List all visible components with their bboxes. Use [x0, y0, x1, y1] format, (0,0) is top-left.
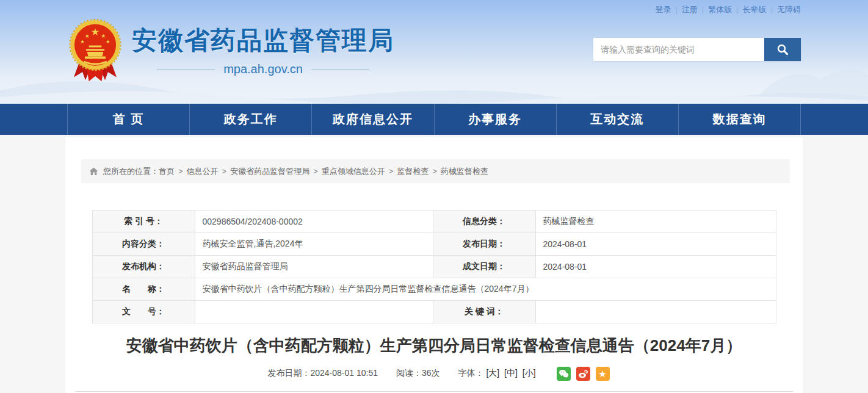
login-link[interactable]: 登录: [655, 5, 671, 14]
table-row: 发布机构： 安徽省药品监督管理局 成文日期： 2024-08-01: [92, 256, 776, 278]
rule-left: [157, 69, 215, 70]
accessibility-link[interactable]: 无障碍: [777, 5, 801, 14]
issuing-agency-value: 安徽省药品监督管理局: [195, 256, 433, 278]
svg-text:★: ★: [85, 33, 90, 39]
index-number-label: 索 引 号：: [92, 211, 195, 233]
article-meta: 发布日期：2024-08-01 10:51 阅读：36次 字体： [大] [中]…: [65, 366, 803, 381]
nav-item-interaction[interactable]: 互动交流: [556, 104, 678, 135]
document-number-value: [195, 301, 433, 323]
site-url-row: mpa.ah.gov.cn: [132, 62, 394, 76]
font-size-controls: 字体： [大] [中] [小]: [458, 368, 538, 379]
table-row: 索 引 号： 002986504/202408-00002 信息分类： 药械监督…: [92, 211, 776, 233]
nav-item-services[interactable]: 办事服务: [434, 104, 556, 135]
keywords-label: 关 键 词：: [433, 301, 535, 323]
publish-date-value: 2024-08-01: [535, 233, 776, 256]
index-number-value: 002986504/202408-00002: [195, 211, 433, 233]
nav-item-government-work[interactable]: 政务工作: [189, 104, 311, 135]
breadcrumb: 您所在的位置： 首页 > 信息公开 > 安徽省药品监督管理局 > 重点领域信息公…: [81, 159, 790, 183]
search-button[interactable]: [764, 38, 801, 61]
site-url: mpa.ah.gov.cn: [223, 62, 303, 76]
nav-item-information-disclosure[interactable]: 政府信息公开: [311, 104, 433, 135]
traditional-version-link[interactable]: 繁体版: [708, 5, 732, 14]
link-separator: |: [736, 5, 738, 14]
link-separator: |: [702, 5, 704, 14]
weibo-share-icon[interactable]: [576, 367, 590, 381]
breadcrumb-item-info-disclosure[interactable]: 信息公开: [187, 166, 219, 177]
content-panel: 您所在的位置： 首页 > 信息公开 > 安徽省药品监督管理局 > 重点领域信息公…: [65, 137, 803, 393]
svg-text:★: ★: [91, 26, 99, 37]
font-size-small-button[interactable]: [小]: [523, 368, 536, 378]
main-nav-inner: 首 页 政务工作 政府信息公开 办事服务 互动交流 数据查询: [67, 104, 801, 135]
article-views: 阅读：36次: [396, 368, 440, 379]
svg-text:★: ★: [80, 38, 85, 45]
publish-date-label: 发布日期：: [433, 233, 535, 256]
share-icons: ★: [551, 367, 610, 381]
content-category-value: 药械安全监管,通告,2024年: [195, 233, 433, 256]
header-banner: 登录|注册|繁体版|长辈版|无障碍 ★ ★ ★ ★ ★: [0, 0, 868, 104]
issuing-agency-label: 发布机构：: [92, 256, 195, 278]
main-nav: 首 页 政务工作 政府信息公开 办事服务 互动交流 数据查询: [0, 104, 868, 135]
nav-item-data-query[interactable]: 数据查询: [678, 104, 801, 135]
wechat-share-icon[interactable]: [557, 367, 571, 381]
breadcrumb-separator: >: [313, 167, 318, 176]
document-name-value: 安徽省中药饮片（含中药配方颗粒）生产第四分局日常监督检查信息通告（2024年7月…: [195, 278, 776, 301]
national-emblem-icon: ★ ★ ★ ★ ★: [68, 19, 122, 84]
nav-item-home[interactable]: 首 页: [67, 104, 189, 135]
elder-version-link[interactable]: 长辈版: [743, 5, 767, 14]
site-title-block: 安徽省药品监督管理局 mpa.ah.gov.cn: [132, 19, 394, 76]
info-category-value: 药械监督检查: [535, 211, 776, 233]
table-row: 名 称： 安徽省中药饮片（含中药配方颗粒）生产第四分局日常监督检查信息通告（20…: [92, 278, 776, 301]
written-date-value: 2024-08-01: [535, 256, 776, 278]
breadcrumb-separator: >: [222, 167, 227, 176]
breadcrumb-item-home[interactable]: 首页: [159, 166, 175, 177]
document-name-label: 名 称：: [92, 278, 195, 301]
keywords-value: [535, 301, 776, 323]
content-category-label: 内容分类：: [92, 233, 195, 256]
breadcrumb-item-agency[interactable]: 安徽省药品监督管理局: [230, 166, 309, 177]
bottom-divider: [75, 391, 793, 392]
rule-right: [311, 69, 369, 70]
article-title: 安徽省中药饮片（含中药配方颗粒）生产第四分局日常监督检查信息通告（2024年7月…: [90, 334, 778, 356]
document-number-label: 文 号：: [92, 301, 195, 323]
document-info-table: 索 引 号： 002986504/202408-00002 信息分类： 药械监督…: [92, 210, 776, 323]
article-publish-date: 发布日期：2024-08-01 10:51: [267, 368, 378, 379]
breadcrumb-separator: >: [389, 167, 394, 176]
font-size-large-button[interactable]: [大]: [486, 368, 499, 378]
top-utility-links: 登录|注册|繁体版|长辈版|无障碍: [655, 4, 801, 15]
table-row: 文 号： 关 键 词：: [92, 301, 776, 323]
link-separator: |: [675, 5, 677, 14]
table-row: 内容分类： 药械安全监管,通告,2024年 发布日期： 2024-08-01: [92, 233, 776, 256]
site-logo-area[interactable]: ★ ★ ★ ★ ★ 安徽省药品监督管理局 mpa.ah.gov.cn: [68, 19, 394, 84]
breadcrumb-prefix: 您所在的位置：: [103, 166, 159, 177]
written-date-label: 成文日期：: [433, 256, 535, 278]
font-size-medium-button[interactable]: [中]: [504, 368, 518, 378]
font-size-label: 字体：: [458, 368, 484, 378]
svg-text:★: ★: [106, 38, 110, 45]
favorite-star-icon[interactable]: ★: [596, 367, 610, 381]
home-icon: [89, 167, 98, 176]
site-search: [593, 38, 801, 61]
register-link[interactable]: 注册: [682, 5, 698, 14]
breadcrumb-item-device-supervision[interactable]: 药械监督检查: [441, 166, 488, 177]
breadcrumb-item-key-areas[interactable]: 重点领域信息公开: [322, 166, 385, 177]
breadcrumb-separator: >: [432, 167, 437, 176]
site-name: 安徽省药品监督管理局: [132, 24, 394, 57]
search-icon: [776, 43, 789, 56]
link-separator: |: [771, 5, 773, 14]
breadcrumb-item-supervision[interactable]: 监督检查: [397, 166, 429, 177]
info-category-label: 信息分类：: [433, 211, 535, 233]
search-input[interactable]: [593, 38, 764, 61]
page: 登录|注册|繁体版|长辈版|无障碍 ★ ★ ★ ★ ★: [0, 0, 868, 393]
breadcrumb-separator: >: [178, 167, 183, 176]
